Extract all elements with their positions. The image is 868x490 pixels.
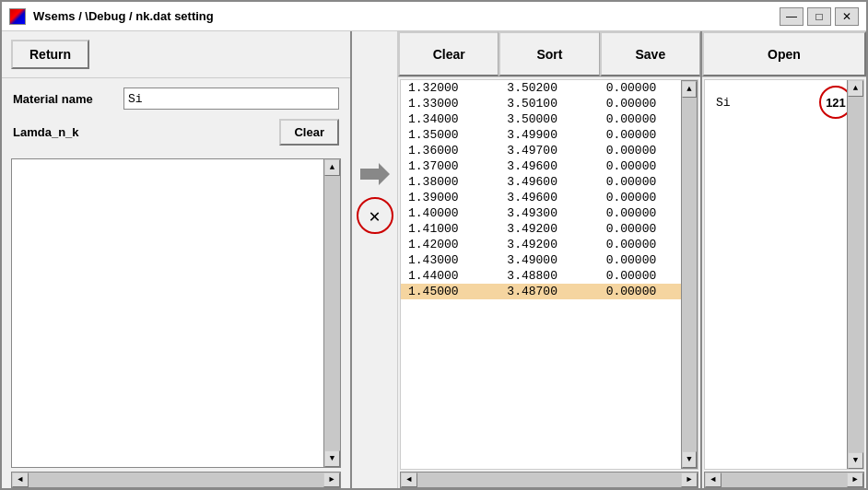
right-scrollbar-v[interactable]: ▲ ▼	[847, 80, 863, 469]
material-name-row: Material name	[13, 88, 339, 110]
right-scroll-track-h	[721, 472, 847, 487]
table-cell: 3.49200	[499, 237, 598, 252]
table-cell: 3.49600	[499, 190, 598, 205]
table-row[interactable]: 1.360003.497000.00000	[401, 143, 698, 158]
data-scroll-track-v	[682, 98, 697, 451]
table-cell: 3.49300	[499, 205, 598, 221]
svg-marker-0	[360, 163, 390, 185]
data-scroll-right[interactable]: ►	[681, 472, 698, 487]
return-button[interactable]: Return	[11, 40, 89, 69]
table-row[interactable]: 1.420003.492000.00000	[401, 237, 698, 252]
left-scrollbar-v[interactable]: ▲ ▼	[323, 159, 340, 467]
left-clear-button[interactable]: Clear	[279, 119, 339, 146]
right-scroll-track	[848, 97, 863, 452]
data-scroll-down[interactable]: ▼	[682, 451, 697, 468]
data-table: 1.320003.502000.000001.330003.501000.000…	[401, 80, 698, 299]
scroll-right-arrow[interactable]: ►	[323, 472, 340, 487]
table-row[interactable]: 1.370003.496000.00000	[401, 158, 698, 174]
right-scroll-left[interactable]: ◄	[705, 472, 721, 487]
table-cell: 3.48700	[499, 284, 598, 299]
scroll-down-arrow[interactable]: ▼	[324, 450, 340, 467]
table-cell: 1.36000	[401, 143, 499, 158]
lamda-label: Lamda_n_k	[13, 125, 123, 139]
table-row[interactable]: 1.450003.487000.00000	[401, 284, 698, 299]
material-name-label: Material name	[13, 92, 123, 106]
sort-button[interactable]: Sort	[499, 31, 599, 76]
table-cell: 3.50200	[499, 80, 598, 96]
table-row[interactable]: 1.320003.502000.00000	[401, 80, 698, 96]
table-cell: 1.44000	[401, 268, 499, 284]
left-toolbar: Return	[2, 31, 350, 77]
table-row[interactable]: 1.410003.492000.00000	[401, 221, 698, 237]
right-list-area: Si 121 ▲ ▼	[704, 79, 864, 470]
open-button[interactable]: Open	[702, 31, 866, 76]
table-cell: 1.43000	[401, 252, 499, 268]
material-name-display: Si	[716, 96, 731, 110]
data-scroll-left[interactable]: ◄	[401, 472, 417, 487]
data-table-container: 1.320003.502000.000001.330003.501000.000…	[400, 79, 698, 470]
table-row[interactable]: 1.340003.500000.00000	[401, 111, 698, 127]
table-cell: 3.48800	[499, 268, 598, 284]
table-cell: 1.33000	[401, 96, 499, 111]
save-button[interactable]: Save	[600, 31, 700, 76]
table-cell: 1.37000	[401, 158, 499, 174]
right-scroll-up[interactable]: ▲	[848, 80, 863, 97]
table-cell: 3.50100	[499, 96, 598, 111]
right-panel: Open Si 121 ▲ ▼ ◄ ►	[702, 31, 866, 488]
data-scroll-track-h	[417, 472, 681, 487]
table-cell: 3.49600	[499, 158, 598, 174]
table-cell: 1.32000	[401, 80, 499, 96]
title-bar: Wsems / \Debug / nk.dat setting — □ ✕	[2, 2, 866, 31]
data-scrollbar-h[interactable]: ◄ ►	[400, 472, 698, 488]
table-row[interactable]: 1.440003.488000.00000	[401, 268, 698, 284]
table-cell: 1.41000	[401, 221, 499, 237]
data-scroll-up[interactable]: ▲	[682, 81, 697, 98]
table-cell: 3.49700	[499, 143, 598, 158]
scroll-up-arrow[interactable]: ▲	[324, 159, 340, 176]
minimize-button[interactable]: —	[780, 7, 803, 26]
table-row[interactable]: 1.390003.496000.00000	[401, 190, 698, 205]
delete-circle-button[interactable]: ✕	[357, 197, 393, 234]
table-row[interactable]: 1.350003.499000.00000	[401, 127, 698, 143]
right-material-item[interactable]: Si 121	[709, 84, 860, 121]
table-cell: 3.49900	[499, 127, 598, 143]
left-panel: Return Material name Lamda_n_k Clear ▲ ▼	[2, 31, 352, 488]
window-title: Wsems / \Debug / nk.dat setting	[33, 9, 772, 23]
lamda-row: Lamda_n_k Clear	[13, 119, 339, 146]
right-scrollbar-h[interactable]: ◄ ►	[704, 472, 864, 488]
table-cell: 1.40000	[401, 205, 499, 221]
material-name-input[interactable]	[123, 88, 339, 110]
table-cell: 3.49000	[499, 252, 598, 268]
arrow-panel: ✕	[352, 31, 398, 488]
table-cell: 1.34000	[401, 111, 499, 127]
table-row[interactable]: 1.430003.490000.00000	[401, 252, 698, 268]
table-cell: 3.49600	[499, 174, 598, 190]
table-cell: 1.39000	[401, 190, 499, 205]
clear-button[interactable]: Clear	[398, 31, 499, 76]
left-list-area: ▲ ▼	[11, 158, 341, 468]
left-scrollbar-h[interactable]: ◄ ►	[11, 472, 341, 488]
data-scrollbar-v[interactable]: ▲ ▼	[681, 80, 698, 469]
table-row[interactable]: 1.380003.496000.00000	[401, 174, 698, 190]
maximize-button[interactable]: □	[807, 7, 831, 26]
scroll-track	[324, 176, 340, 450]
x-icon: ✕	[369, 204, 380, 228]
right-toolbar: Open	[702, 31, 866, 77]
table-row[interactable]: 1.330003.501000.00000	[401, 96, 698, 111]
arrow-right-icon[interactable]	[358, 160, 392, 188]
window-controls: — □ ✕	[780, 7, 859, 26]
close-button[interactable]: ✕	[835, 7, 859, 26]
table-cell: 1.45000	[401, 284, 499, 299]
right-scroll-right[interactable]: ►	[847, 472, 863, 487]
app-icon	[9, 8, 26, 25]
right-scroll-down[interactable]: ▼	[848, 452, 863, 469]
table-cell: 1.35000	[401, 127, 499, 143]
scroll-track-h	[29, 472, 323, 487]
main-window: Wsems / \Debug / nk.dat setting — □ ✕ Re…	[0, 0, 868, 490]
table-row[interactable]: 1.400003.493000.00000	[401, 205, 698, 221]
left-form: Material name Lamda_n_k Clear	[2, 77, 350, 155]
data-toolbar: Clear Sort Save	[398, 31, 700, 77]
table-cell: 1.38000	[401, 174, 499, 190]
main-content: Return Material name Lamda_n_k Clear ▲ ▼	[2, 31, 866, 488]
scroll-left-arrow[interactable]: ◄	[12, 472, 29, 487]
